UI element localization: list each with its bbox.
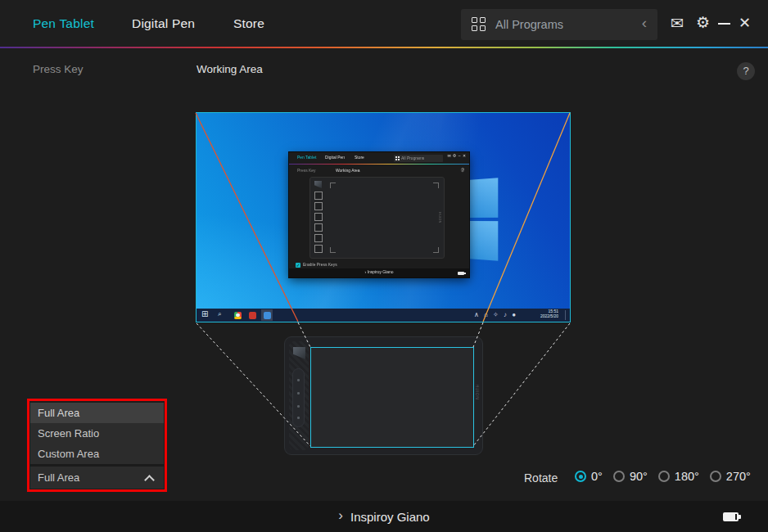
mini-huion-logo-mark bbox=[314, 181, 322, 188]
dropdown-option-screen-ratio[interactable]: Screen Ratio bbox=[30, 423, 164, 444]
mini-press-key-button bbox=[314, 234, 323, 242]
all-programs-label: All Programs bbox=[495, 18, 563, 31]
mail-icon[interactable]: ✉ bbox=[671, 16, 684, 32]
dropdown-selected-label: Full Area bbox=[38, 471, 79, 484]
dropdown-selected-value[interactable]: Full Area bbox=[30, 467, 164, 489]
mini-device-name: › Inspiroy Giano bbox=[330, 270, 429, 275]
rotate-option-270[interactable]: 270° bbox=[710, 470, 751, 483]
corner-bracket bbox=[330, 247, 336, 253]
screen-mapping-preview: Pen Tablet Digital Pen Store All Program… bbox=[196, 112, 571, 322]
app-icon-red bbox=[249, 312, 256, 319]
rotate-option-180[interactable]: 180° bbox=[658, 470, 699, 483]
huion-wordmark: HUION bbox=[475, 385, 480, 400]
device-name: Inspiroy Giano bbox=[350, 510, 430, 524]
mini-all-programs: All Programs bbox=[394, 155, 443, 162]
corner-bracket bbox=[433, 247, 439, 253]
radio-label: 180° bbox=[675, 470, 699, 483]
mini-window-controls: ✉ ⚙ – ✕ bbox=[448, 154, 467, 158]
tab-store[interactable]: Store bbox=[233, 16, 264, 31]
radio-label: 0° bbox=[591, 470, 603, 483]
device-footer-bar: › Inspiroy Giano bbox=[0, 501, 768, 532]
mini-tablet-graphic: HUION bbox=[309, 177, 445, 259]
minimize-icon[interactable] bbox=[718, 23, 730, 25]
sidebar-item-press-key[interactable]: Press Key bbox=[33, 63, 84, 75]
mini-enable-press-keys-label: Enable Press Keys bbox=[303, 263, 337, 268]
chevron-left-icon: ‹ bbox=[642, 14, 647, 32]
mini-press-key-button bbox=[314, 192, 323, 200]
radio-icon bbox=[658, 471, 670, 482]
close-icon[interactable]: ✕ bbox=[739, 15, 751, 31]
device-selector[interactable]: › Inspiroy Giano bbox=[0, 501, 768, 532]
taskbar-clock: 15:51 2022/5/20 bbox=[531, 309, 558, 318]
page-title-working-area[interactable]: Working Area bbox=[197, 63, 263, 75]
help-icon[interactable]: ? bbox=[737, 62, 755, 80]
corner-bracket bbox=[433, 183, 439, 188]
mini-press-key-button bbox=[314, 202, 323, 210]
radio-label: 90° bbox=[630, 470, 648, 483]
rotate-label: Rotate bbox=[524, 471, 558, 485]
dropdown-option-full-area[interactable]: Full Area bbox=[30, 403, 164, 423]
dropdown-option-custom-area[interactable]: Custom Area bbox=[30, 444, 164, 464]
mini-battery-icon bbox=[458, 272, 464, 276]
radio-icon bbox=[613, 471, 625, 482]
battery-icon bbox=[723, 512, 739, 521]
mini-tab-digital-pen: Digital Pen bbox=[325, 156, 345, 160]
corner-bracket bbox=[330, 183, 336, 188]
mini-huion-wordmark: HUION bbox=[438, 212, 441, 223]
system-tray-icons: ∧ ⌂ ✧ ♪ ● bbox=[474, 311, 517, 318]
area-mode-dropdown: Full Area Screen Ratio Custom Area Full … bbox=[30, 403, 164, 489]
radio-label: 270° bbox=[726, 470, 751, 483]
tablet-preview: HUION bbox=[284, 336, 483, 455]
rainbow-divider bbox=[0, 47, 768, 48]
radio-icon bbox=[710, 471, 721, 482]
header-bar: Pen Tablet Digital Pen Store All Program… bbox=[0, 0, 768, 47]
start-icon: ⊞ bbox=[201, 309, 208, 318]
tab-digital-pen[interactable]: Digital Pen bbox=[132, 16, 195, 31]
mini-footer-bar: › Inspiroy Giano bbox=[289, 268, 469, 277]
tablet-press-keys bbox=[292, 368, 305, 427]
rotate-radio-group: 0° 90° 180° 270° bbox=[575, 470, 751, 483]
mini-press-key-label: Press Key bbox=[297, 169, 316, 174]
active-app-icon bbox=[261, 309, 273, 321]
rotate-option-0[interactable]: 0° bbox=[575, 470, 603, 483]
radio-selected-icon bbox=[575, 471, 586, 482]
mini-press-key-button bbox=[314, 223, 323, 232]
huion-driver-window: Pen Tablet Digital Pen Store All Program… bbox=[0, 0, 768, 532]
search-icon: ⌕ bbox=[218, 310, 221, 318]
apps-grid-icon bbox=[472, 17, 486, 31]
mini-press-key-button bbox=[314, 213, 323, 221]
tab-pen-tablet[interactable]: Pen Tablet bbox=[33, 16, 94, 31]
mini-press-key-button bbox=[314, 245, 323, 253]
mini-driver-window: Pen Tablet Digital Pen Store All Program… bbox=[289, 152, 469, 277]
chevron-right-icon: › bbox=[338, 507, 343, 524]
mini-tab-store: Store bbox=[355, 156, 364, 160]
windows-taskbar: ⊞ ⌕ ∧ ⌂ ✧ ♪ ● 15:51 2022/5/20 bbox=[197, 309, 570, 322]
mini-working-area-label: Working Area bbox=[336, 169, 360, 174]
gear-icon[interactable]: ⚙ bbox=[696, 15, 710, 31]
browser-icon bbox=[234, 312, 242, 319]
mini-rainbow-divider bbox=[289, 164, 469, 165]
mini-tab-pen-tablet: Pen Tablet bbox=[297, 156, 316, 160]
mini-apps-grid-icon bbox=[395, 156, 400, 160]
mini-all-programs-label: All Programs bbox=[401, 156, 424, 161]
mini-enable-press-keys-checkbox: ✓ bbox=[296, 263, 300, 268]
tablet-active-area[interactable] bbox=[310, 347, 474, 448]
rotate-option-90[interactable]: 90° bbox=[613, 470, 648, 483]
chevron-up-icon bbox=[144, 475, 155, 485]
all-programs-selector[interactable]: All Programs ‹ bbox=[461, 9, 657, 40]
mini-help-icon: ? bbox=[461, 169, 465, 173]
show-desktop-strip bbox=[565, 310, 568, 320]
